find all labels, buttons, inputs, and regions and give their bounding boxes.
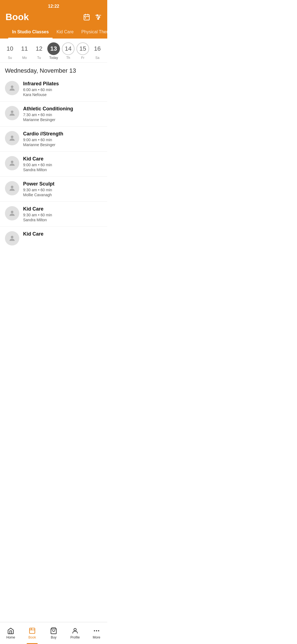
day-number-11: 11 xyxy=(18,42,31,55)
day-label-10: Su xyxy=(8,56,12,60)
day-label-14: Th xyxy=(66,56,70,60)
day-label-12: Tu xyxy=(37,56,41,60)
person-icon xyxy=(8,159,16,167)
list-item[interactable]: Athletic Conditioning 7:30 am • 60 min M… xyxy=(0,102,107,127)
class-info: Kid Care xyxy=(23,231,102,238)
day-number-14: 14 xyxy=(62,42,75,55)
class-name: Athletic Conditioning xyxy=(23,106,102,112)
day-10[interactable]: 10 Su xyxy=(3,42,17,60)
calendar-section: 10 Su 11 Mo 12 Tu 13 Today 14 Th 15 Fr 1… xyxy=(0,39,107,63)
tab-kid-care[interactable]: Kid Care xyxy=(53,26,77,39)
time-display: 12:22 xyxy=(48,4,59,9)
day-number-15: 15 xyxy=(76,42,89,55)
day-label-13: Today xyxy=(49,56,58,60)
avatar xyxy=(5,206,19,220)
class-name: Power Sculpt xyxy=(23,181,102,187)
day-14[interactable]: 14 Th xyxy=(61,42,75,60)
day-label-16: Sa xyxy=(95,56,100,60)
class-info: Kid Care 9:30 am • 60 min Sandra Milton xyxy=(23,206,102,222)
person-icon xyxy=(8,84,16,92)
avatar xyxy=(5,181,19,195)
day-label-15: Fr xyxy=(81,56,84,60)
day-number-12: 12 xyxy=(33,42,45,55)
svg-point-16 xyxy=(11,211,13,213)
day-number-16: 16 xyxy=(91,42,104,55)
class-info: Kid Care 9:00 am • 60 min Sandra Milton xyxy=(23,156,102,172)
svg-point-17 xyxy=(11,236,13,238)
calendar-icon[interactable] xyxy=(83,13,90,21)
list-item[interactable]: Infrared Pilates 6:00 am • 60 min Kara N… xyxy=(0,77,107,102)
list-item[interactable]: Kid Care 9:00 am • 60 min Sandra Milton xyxy=(0,152,107,177)
category-tabs: In Studio Classes Kid Care Physical Ther… xyxy=(6,26,102,39)
person-icon xyxy=(8,209,16,217)
class-info: Cardio //Strength 9:00 am • 60 min Maria… xyxy=(23,131,102,147)
header-actions xyxy=(83,13,102,21)
day-number-13: 13 xyxy=(47,42,60,55)
day-number-10: 10 xyxy=(4,42,16,55)
class-info: Infrared Pilates 6:00 am • 60 min Kara N… xyxy=(23,81,102,97)
svg-rect-0 xyxy=(84,15,89,20)
day-15[interactable]: 15 Fr xyxy=(76,42,90,60)
class-time: 9:30 am • 60 min xyxy=(23,188,102,192)
avatar xyxy=(5,231,19,245)
day-11[interactable]: 11 Mo xyxy=(17,42,32,60)
avatar xyxy=(5,106,19,120)
day-13[interactable]: 13 Today xyxy=(46,42,61,60)
svg-point-4 xyxy=(85,18,86,18)
svg-point-12 xyxy=(11,111,13,113)
class-instructor: Sandra Milton xyxy=(23,218,102,222)
day-12[interactable]: 12 Tu xyxy=(32,42,46,60)
class-instructor: Marianne Besinger xyxy=(23,118,102,122)
svg-point-9 xyxy=(98,16,100,17)
class-time: 9:30 am • 60 min xyxy=(23,213,102,217)
list-item[interactable]: Kid Care 9:30 am • 60 min Sandra Milton xyxy=(0,202,107,227)
class-time: 6:00 am • 60 min xyxy=(23,88,102,92)
class-name: Kid Care xyxy=(23,231,102,237)
class-info: Power Sculpt 9:30 am • 60 min Mollie Cav… xyxy=(23,181,102,197)
svg-point-13 xyxy=(11,136,13,138)
day-label-11: Mo xyxy=(22,56,27,60)
list-item[interactable]: Power Sculpt 9:30 am • 60 min Mollie Cav… xyxy=(0,177,107,202)
class-list: Infrared Pilates 6:00 am • 60 min Kara N… xyxy=(0,77,107,250)
person-icon xyxy=(8,184,16,192)
class-name: Kid Care xyxy=(23,206,102,212)
tab-physical-therapy[interactable]: Physical Therapy xyxy=(78,26,107,39)
status-bar: 12:22 xyxy=(6,4,102,9)
list-item[interactable]: Kid Care xyxy=(0,227,107,250)
svg-point-15 xyxy=(11,186,13,188)
class-time: 9:00 am • 60 min xyxy=(23,163,102,167)
person-icon xyxy=(8,234,16,242)
svg-point-8 xyxy=(97,15,98,16)
class-name: Kid Care xyxy=(23,156,102,162)
avatar xyxy=(5,81,19,95)
svg-point-14 xyxy=(11,161,13,163)
days-row: 10 Su 11 Mo 12 Tu 13 Today 14 Th 15 Fr 1… xyxy=(3,42,105,60)
avatar xyxy=(5,156,19,170)
svg-point-11 xyxy=(11,86,13,88)
header: Book xyxy=(6,12,102,26)
class-name: Infrared Pilates xyxy=(23,81,102,87)
class-instructor: Mollie Cavanagh xyxy=(23,193,102,197)
class-instructor: Marianne Besinger xyxy=(23,143,102,147)
avatar xyxy=(5,131,19,145)
person-icon xyxy=(8,109,16,117)
class-time: 7:30 am • 60 min xyxy=(23,113,102,117)
page-title: Book xyxy=(6,12,29,22)
tab-in-studio[interactable]: In Studio Classes xyxy=(8,26,53,39)
list-item[interactable]: Cardio //Strength 9:00 am • 60 min Maria… xyxy=(0,127,107,152)
filter-icon[interactable] xyxy=(95,13,102,21)
day-16[interactable]: 16 Sa xyxy=(90,42,105,60)
svg-point-10 xyxy=(98,18,99,19)
class-instructor: Sandra Milton xyxy=(23,168,102,172)
person-icon xyxy=(8,134,16,142)
class-instructor: Kara Nefouse xyxy=(23,92,102,97)
class-name: Cardio //Strength xyxy=(23,131,102,137)
class-time: 9:00 am • 60 min xyxy=(23,138,102,142)
date-heading: Wednesday, November 13 xyxy=(0,63,107,77)
class-info: Athletic Conditioning 7:30 am • 60 min M… xyxy=(23,106,102,122)
content-area: Wednesday, November 13 Infrared Pilates … xyxy=(0,63,107,275)
